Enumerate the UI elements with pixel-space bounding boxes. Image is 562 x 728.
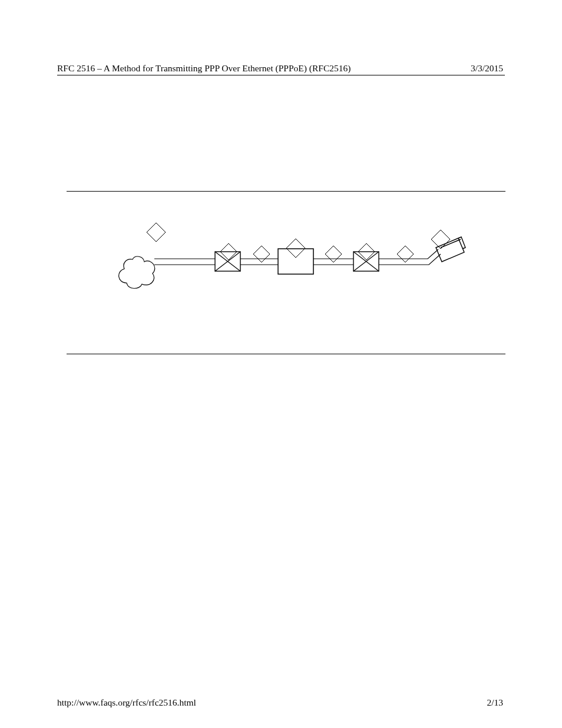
svg-line-13: [441, 239, 461, 248]
footer-page: 2/13: [487, 698, 503, 707]
footer-url: http://www.faqs.org/rfcs/rfc2516.html: [57, 698, 196, 707]
page: RFC 2516 – A Method for Transmitting PPP…: [0, 0, 562, 728]
figure-1-diagram: [0, 0, 562, 365]
svg-rect-7: [278, 249, 313, 274]
divider: [67, 354, 505, 354]
